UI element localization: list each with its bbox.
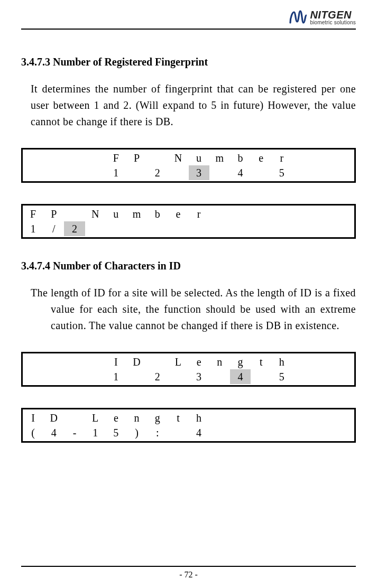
lcd-cell (313, 425, 334, 440)
lcd-row: 1/2 (23, 221, 354, 236)
lcd-cell (209, 410, 230, 425)
lcd-cell (147, 151, 168, 165)
lcd-cell: h (271, 354, 292, 369)
lcd-cell (209, 207, 230, 221)
lcd-cell: m (209, 151, 230, 165)
lcd-cell: n (126, 410, 147, 425)
lcd-cell (85, 369, 106, 384)
lcd-cell (292, 354, 312, 369)
lcd-row: IDLength (23, 410, 354, 425)
lcd-cell: N (85, 207, 106, 221)
lcd-cell: N (168, 151, 188, 165)
lcd-cell: r (271, 151, 292, 165)
lcd-cell (292, 425, 312, 440)
lcd-cell: 5 (271, 165, 292, 180)
lcd-cell (271, 221, 292, 236)
lcd-cell: e (168, 207, 188, 221)
lcd-cell (126, 369, 147, 384)
lcd-fp-number-value: FPNumber 1/2 (21, 204, 356, 239)
lcd-cell (230, 221, 251, 236)
logo-icon (289, 10, 307, 25)
lcd-cell: h (189, 410, 209, 425)
lcd-row: (4-15):4 (23, 425, 354, 440)
logo-main: NITGEN (310, 10, 356, 20)
lcd-cell: g (147, 410, 168, 425)
lcd-cell (168, 425, 188, 440)
section-body-3474: The length of ID for a site will be sele… (31, 285, 356, 334)
section-heading-3474: 3.4.7.4 Number of Characters in ID (21, 260, 356, 272)
lcd-cell (85, 221, 106, 236)
page-footer: - 72 - (21, 566, 356, 580)
lcd-cell: 2 (147, 165, 168, 180)
lcd-cell: t (251, 354, 271, 369)
lcd-cell: m (126, 207, 147, 221)
lcd-cell: b (230, 151, 251, 165)
lcd-cell (147, 221, 168, 236)
section-body-3473: It determines the number of fingerprint … (31, 81, 356, 130)
lcd-cell (313, 354, 334, 369)
page-header: NITGEN biometric solutions (21, 10, 356, 30)
lcd-cell (251, 221, 271, 236)
lcd-cell: - (64, 425, 85, 440)
lcd-cell: g (230, 354, 251, 369)
page-number: - 72 - (179, 570, 198, 579)
lcd-cell (126, 221, 147, 236)
page: NITGEN biometric solutions 3.4.7.3 Numbe… (0, 0, 377, 588)
lcd-cell: I (23, 410, 43, 425)
lcd-cell (43, 151, 64, 165)
lcd-cell: 4 (230, 165, 251, 180)
lcd-cell: e (106, 410, 126, 425)
lcd-cell: b (147, 207, 168, 221)
lcd-cell: / (43, 221, 64, 236)
lcd-cell (334, 354, 354, 369)
lcd-cell: 4 (230, 369, 251, 384)
lcd-cell: 3 (189, 369, 209, 384)
lcd-cell (292, 221, 312, 236)
lcd-cell: t (168, 410, 188, 425)
lcd-cell (334, 165, 354, 180)
lcd-cell: 2 (64, 221, 85, 236)
lcd-cell (209, 221, 230, 236)
lcd-cell: ) (126, 425, 147, 440)
lcd-cell (271, 425, 292, 440)
lcd-cell (292, 410, 312, 425)
lcd-cell (106, 221, 126, 236)
lcd-cell: ( (23, 425, 43, 440)
lcd-cell (334, 221, 354, 236)
lcd-cell: P (126, 151, 147, 165)
lcd-cell (209, 165, 230, 180)
lcd-cell (23, 354, 43, 369)
lcd-cell: 3 (189, 165, 209, 180)
lcd-cell (292, 165, 312, 180)
lcd-cell (23, 151, 43, 165)
lcd-cell (230, 410, 251, 425)
lcd-cell (23, 369, 43, 384)
lcd-row: FPNumber (23, 207, 354, 221)
lcd-fp-number-menu: FPNumber 12345 (21, 148, 356, 183)
lcd-cell: r (189, 207, 209, 221)
lcd-cell: 1 (106, 165, 126, 180)
lcd-cell (292, 207, 312, 221)
lcd-cell (334, 425, 354, 440)
lcd-cell: 1 (106, 369, 126, 384)
lcd-cell: 4 (43, 425, 64, 440)
lcd-cell (168, 165, 188, 180)
lcd-id-length-value: IDLength (4-15):4 (21, 408, 356, 443)
lcd-cell (271, 410, 292, 425)
lcd-cell (251, 425, 271, 440)
logo-text: NITGEN biometric solutions (310, 10, 356, 25)
lcd-cell: I (106, 354, 126, 369)
lcd-cell: 4 (189, 425, 209, 440)
lcd-cell (64, 207, 85, 221)
lcd-cell (251, 207, 271, 221)
lcd-cell (64, 369, 85, 384)
lcd-cell (23, 165, 43, 180)
lcd-id-length-menu: IDLength 12345 (21, 352, 356, 387)
lcd-cell (43, 354, 64, 369)
lcd-cell (85, 165, 106, 180)
lcd-row: FPNumber (23, 151, 354, 165)
lcd-cell (334, 207, 354, 221)
lcd-cell (313, 151, 334, 165)
lcd-cell (313, 207, 334, 221)
lcd-cell: 5 (106, 425, 126, 440)
